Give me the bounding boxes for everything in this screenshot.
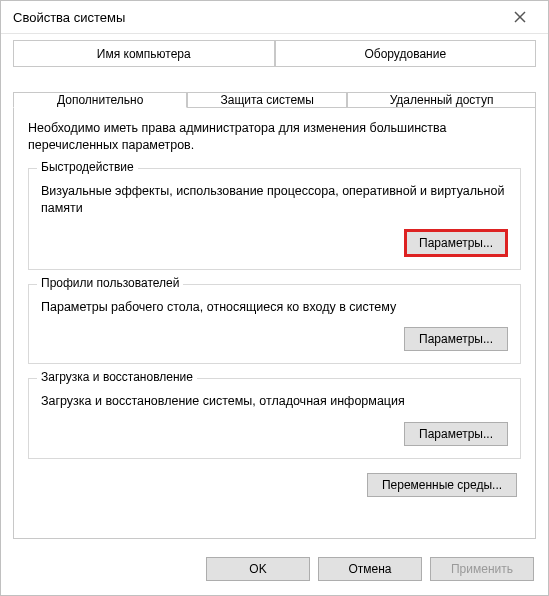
tab-label: Имя компьютера (97, 47, 191, 61)
tabstrip-row-1: Имя компьютера Оборудование (13, 40, 536, 92)
client-area: Имя компьютера Оборудование Дополнительн… (1, 34, 548, 547)
user-profiles-settings-button[interactable]: Параметры... (404, 327, 508, 351)
tab-label: Дополнительно (57, 93, 143, 107)
group-user-profiles: Профили пользователей Параметры рабочего… (28, 284, 521, 365)
tab-label: Удаленный доступ (390, 93, 494, 107)
group-startup-recovery-desc: Загрузка и восстановление системы, отлад… (41, 393, 508, 410)
close-button[interactable] (500, 1, 540, 33)
apply-button[interactable]: Применить (430, 557, 534, 581)
startup-recovery-settings-button[interactable]: Параметры... (404, 422, 508, 446)
environment-variables-button[interactable]: Переменные среды... (367, 473, 517, 497)
close-icon (514, 11, 526, 23)
dialog-footer: OK Отмена Применить (1, 547, 548, 595)
group-performance-desc: Визуальные эффекты, использование процес… (41, 183, 508, 217)
tab-hardware[interactable]: Оборудование (275, 40, 537, 67)
group-performance-legend: Быстродействие (37, 160, 138, 174)
intro-text: Необходимо иметь права администратора дл… (28, 120, 521, 154)
tab-system-protection[interactable]: Защита системы (187, 92, 347, 108)
group-user-profiles-legend: Профили пользователей (37, 276, 183, 290)
tab-advanced[interactable]: Дополнительно (13, 92, 187, 108)
ok-button[interactable]: OK (206, 557, 310, 581)
group-startup-recovery-legend: Загрузка и восстановление (37, 370, 197, 384)
tab-remote[interactable]: Удаленный доступ (347, 92, 536, 108)
group-performance: Быстродействие Визуальные эффекты, испол… (28, 168, 521, 270)
tab-computer-name[interactable]: Имя компьютера (13, 40, 275, 67)
cancel-button[interactable]: Отмена (318, 557, 422, 581)
titlebar: Свойства системы (1, 1, 548, 34)
tab-label: Оборудование (364, 47, 446, 61)
group-user-profiles-desc: Параметры рабочего стола, относящиеся ко… (41, 299, 508, 316)
performance-settings-button[interactable]: Параметры... (404, 229, 508, 257)
system-properties-dialog: Свойства системы Имя компьютера Оборудов… (0, 0, 549, 596)
window-title: Свойства системы (13, 10, 500, 25)
group-startup-recovery: Загрузка и восстановление Загрузка и вос… (28, 378, 521, 459)
tab-label: Защита системы (220, 93, 313, 107)
tabstrip-row-2: Дополнительно Защита системы Удаленный д… (13, 92, 536, 108)
tabpanel-advanced: Необходимо иметь права администратора дл… (13, 107, 536, 539)
